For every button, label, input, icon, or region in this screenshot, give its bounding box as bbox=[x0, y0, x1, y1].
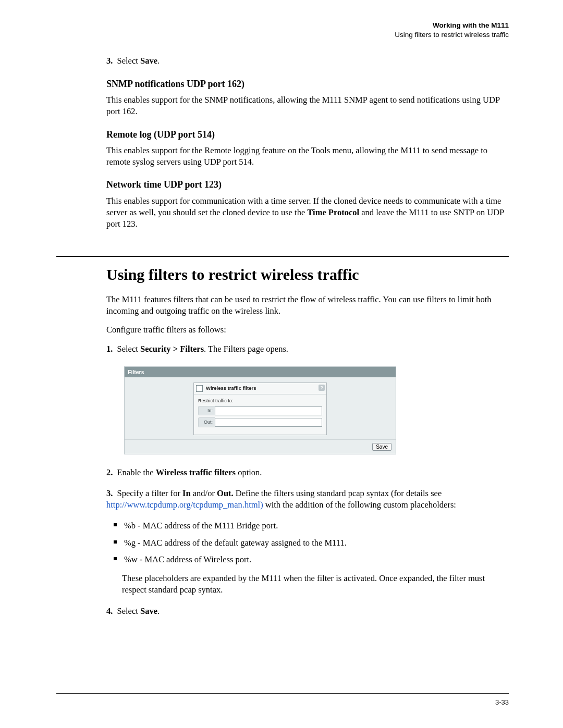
subheading-nettime: Network time UDP port 123) bbox=[106, 178, 509, 191]
list-item: %g - MAC address of the default gateway … bbox=[124, 537, 509, 549]
step3-in: In bbox=[182, 488, 191, 498]
step-text-after: option. bbox=[236, 467, 262, 477]
prev-step-3: 3. Select Save. bbox=[106, 55, 509, 67]
step-text-after: . bbox=[157, 606, 160, 616]
step-3: 3. Specify a filter for In and/or Out. D… bbox=[106, 488, 509, 511]
filters-panel-title: Filters bbox=[125, 367, 396, 377]
step-number: 4. bbox=[106, 606, 113, 616]
step-number: 3. bbox=[106, 56, 113, 66]
subheading-remotelog: Remote log (UDP port 514) bbox=[106, 128, 509, 141]
wireless-filters-label: Wireless traffic filters bbox=[206, 385, 256, 392]
wireless-filters-checkbox[interactable] bbox=[196, 385, 203, 392]
step-2: 2. Enable the Wireless traffic filters o… bbox=[106, 467, 509, 478]
step3-c: Define the filters using standard pcap s… bbox=[234, 488, 442, 498]
step-text-before: Select bbox=[115, 344, 140, 354]
nettime-bold: Time Protocol bbox=[307, 207, 359, 217]
in-label: In: bbox=[198, 406, 215, 415]
step-number: 1. bbox=[106, 344, 113, 354]
page-number: 3-33 bbox=[495, 698, 509, 707]
filters-panel-body: Wireless traffic filters ? Restrict traf… bbox=[125, 377, 396, 439]
paragraph-remotelog: This enables support for the Remote logg… bbox=[106, 145, 509, 168]
step-text-bold: Wireless traffic filters bbox=[156, 467, 236, 477]
running-header-section: Using filters to restrict wireless traff… bbox=[56, 30, 509, 40]
section-title: Using filters to restrict wireless traff… bbox=[106, 264, 509, 286]
step-text-after: . The Filters page opens. bbox=[204, 344, 288, 354]
step3-trailing-paragraph: These placeholders are expanded by the M… bbox=[122, 573, 509, 596]
restrict-traffic-label: Restrict traffic to: bbox=[198, 398, 322, 404]
paragraph-nettime: This enables support for communication w… bbox=[106, 195, 509, 230]
step-text-bold: Save bbox=[140, 606, 157, 616]
filters-panel-footer: Save bbox=[125, 439, 396, 454]
step3-b: and/or bbox=[191, 488, 217, 498]
section-rule bbox=[56, 256, 509, 257]
step3-a: Specify a filter for bbox=[115, 488, 182, 498]
filters-inner-head: Wireless traffic filters ? bbox=[194, 383, 326, 394]
step-number: 2. bbox=[106, 467, 113, 477]
step-text-before: Enable the bbox=[115, 467, 155, 477]
intro-paragraph-2: Configure traffic filters as follows: bbox=[106, 324, 509, 336]
filters-inner-box: Wireless traffic filters ? Restrict traf… bbox=[193, 382, 327, 435]
row-in: In: bbox=[198, 406, 322, 415]
step-number: 3. bbox=[106, 488, 113, 498]
step-1: 1. Select Security > Filters. The Filter… bbox=[106, 343, 509, 355]
step3-d: with the addition of the following custo… bbox=[263, 500, 456, 510]
list-item: %b - MAC address of the M111 Bridge port… bbox=[124, 520, 509, 532]
filters-panel: Filters Wireless traffic filters ? Restr… bbox=[124, 366, 396, 454]
step-text-after: . bbox=[157, 56, 160, 66]
out-label: Out: bbox=[198, 417, 215, 427]
help-icon[interactable]: ? bbox=[319, 385, 325, 391]
paragraph-snmp: This enables support for the SNMP notifi… bbox=[106, 94, 509, 118]
step-4: 4. Select Save. bbox=[106, 606, 509, 617]
tcpdump-link[interactable]: http://www.tcpdump.org/tcpdump_man.html) bbox=[106, 500, 263, 510]
placeholder-list: %b - MAC address of the M111 Bridge port… bbox=[106, 520, 509, 565]
subheading-snmp: SNMP notifications UDP port 162) bbox=[106, 78, 509, 90]
step-text-before: Select bbox=[115, 56, 140, 66]
running-header: Working with the M111 Using filters to r… bbox=[56, 21, 509, 40]
filters-inner-body: Restrict traffic to: In: Out: bbox=[194, 394, 326, 434]
in-input[interactable] bbox=[215, 406, 322, 415]
step-text-before: Select bbox=[115, 606, 140, 616]
step-text-bold: Save bbox=[140, 56, 157, 66]
step-text-bold: Security > Filters bbox=[140, 344, 204, 354]
row-out: Out: bbox=[198, 417, 322, 427]
step3-out: Out. bbox=[217, 488, 234, 498]
list-item: %w - MAC address of Wireless port. bbox=[124, 554, 509, 565]
intro-paragraph-1: The M111 features filters that can be us… bbox=[106, 294, 509, 317]
out-input[interactable] bbox=[215, 418, 322, 427]
running-header-chapter: Working with the M111 bbox=[56, 21, 509, 30]
save-button[interactable]: Save bbox=[372, 443, 391, 451]
footer-rule bbox=[56, 693, 509, 694]
